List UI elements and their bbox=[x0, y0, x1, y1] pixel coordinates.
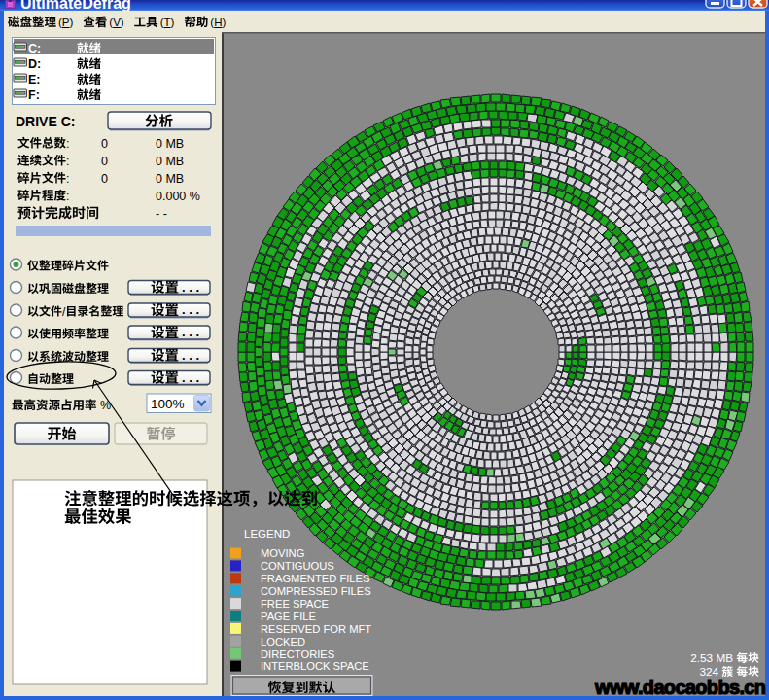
svg-text:0 MB: 0 MB bbox=[156, 137, 184, 151]
svg-text:0.000 %: 0.000 % bbox=[156, 190, 200, 203]
svg-text:0: 0 bbox=[101, 155, 108, 168]
svg-text:MOVING: MOVING bbox=[261, 547, 304, 559]
svg-text:(H): (H) bbox=[210, 17, 226, 28]
svg-text:F:: F: bbox=[28, 88, 40, 102]
svg-text:(T): (T) bbox=[160, 17, 175, 28]
svg-text:0: 0 bbox=[101, 172, 108, 186]
svg-text:. . .: . . . bbox=[182, 280, 199, 295]
svg-text:. . .: . . . bbox=[182, 370, 199, 385]
svg-text::: : bbox=[66, 155, 69, 168]
svg-text:E:: E: bbox=[28, 73, 41, 87]
svg-text:LOCKED: LOCKED bbox=[261, 636, 305, 648]
svg-text:0 MB: 0 MB bbox=[156, 155, 184, 168]
svg-text:. . .: . . . bbox=[182, 325, 199, 339]
svg-text:(V): (V) bbox=[109, 17, 124, 28]
svg-text:%: % bbox=[100, 399, 111, 412]
svg-text:DRIVE C:: DRIVE C: bbox=[16, 114, 75, 129]
svg-text:INTERBLOCK SPACE: INTERBLOCK SPACE bbox=[261, 660, 369, 672]
svg-text:. . .: . . . bbox=[182, 302, 199, 317]
svg-text:C:: C: bbox=[28, 42, 41, 55]
svg-text:DIRECTORIES: DIRECTORIES bbox=[261, 648, 334, 660]
svg-text:100%: 100% bbox=[151, 397, 185, 411]
svg-text:D:: D: bbox=[28, 57, 41, 71]
svg-text:CONTIGUOUS: CONTIGUOUS bbox=[261, 560, 334, 572]
svg-text:0 MB: 0 MB bbox=[156, 172, 184, 186]
svg-text:RESERVED FOR MFT: RESERVED FOR MFT bbox=[261, 623, 371, 635]
svg-text:www.daocaobbs.cn: www.daocaobbs.cn bbox=[594, 677, 766, 698]
svg-text:- -: - - bbox=[156, 207, 167, 221]
svg-text:FREE SPACE: FREE SPACE bbox=[261, 598, 329, 610]
svg-text:LEGEND: LEGEND bbox=[244, 528, 290, 540]
svg-text:FRAGMENTED FILES: FRAGMENTED FILES bbox=[261, 573, 370, 584]
svg-text:2.53 MB: 2.53 MB bbox=[690, 651, 733, 665]
svg-text:. . .: . . . bbox=[182, 348, 199, 363]
svg-text:UltimateDefrag: UltimateDefrag bbox=[20, 0, 131, 12]
svg-text:COMPRESSED FILES: COMPRESSED FILES bbox=[261, 585, 371, 597]
svg-text::: : bbox=[66, 190, 69, 203]
svg-text:(P): (P) bbox=[58, 17, 74, 28]
svg-text:0: 0 bbox=[101, 137, 108, 151]
svg-text:PAGE FILE: PAGE FILE bbox=[261, 611, 316, 622]
svg-text::: : bbox=[66, 137, 69, 151]
svg-text::: : bbox=[66, 172, 69, 186]
